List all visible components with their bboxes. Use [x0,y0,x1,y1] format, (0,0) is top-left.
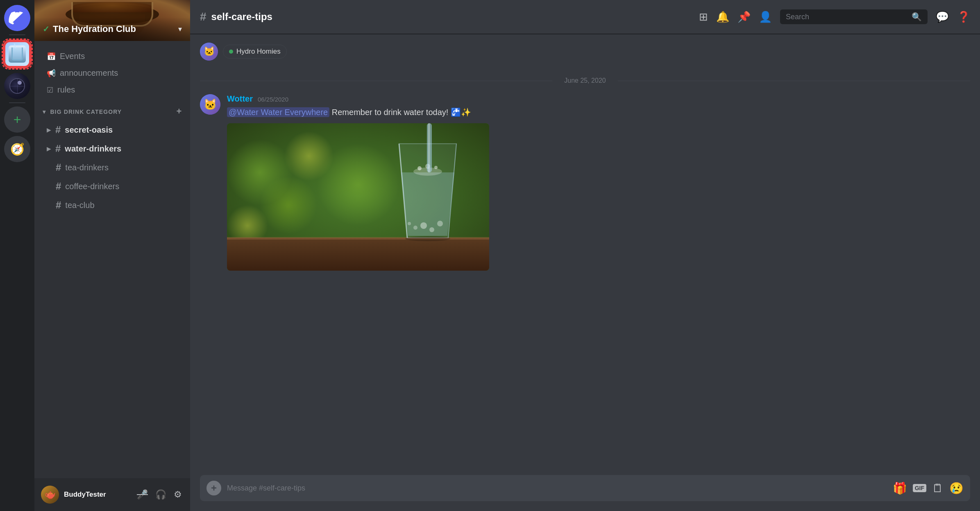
svg-rect-22 [428,123,430,172]
message-text: @Water Water Everywhere Remember to drin… [227,106,970,118]
discord-home-button[interactable] [4,5,30,31]
channel-item-rules[interactable]: ☑ rules [39,82,186,98]
message-input[interactable] [227,484,887,493]
svg-marker-11 [401,172,454,236]
channel-item-announcements[interactable]: 📢 announcements [39,65,186,81]
svg-point-16 [408,222,411,225]
server-name: ✓ The Hydration Club [43,24,136,34]
channel-item-tea-club[interactable]: # tea-club [39,196,186,214]
pin-messages-icon[interactable]: 📌 [737,11,751,23]
search-box[interactable]: 🔍 [780,9,928,24]
message: 🐱 Wotter 06/25/2020 @Water Water Everywh… [200,93,970,272]
emoji-button[interactable]: 😢 [949,482,964,495]
search-input[interactable] [786,13,907,21]
channel-name-header: # self-care-tips [200,10,272,23]
announcements-icon: 📢 [47,69,56,78]
message-header: Wotter 06/25/2020 [227,94,970,104]
member-list-icon[interactable]: 👤 [759,11,772,23]
mention[interactable]: @Water Water Everywhere [227,107,329,117]
deafen-button[interactable]: 🎧 [154,488,168,502]
server-divider [9,34,25,35]
channel-item-secret-oasis[interactable]: ▶ # secret-oasis [39,121,186,139]
mute-channel-icon[interactable]: 🔔 [716,11,729,23]
message-content: Wotter 06/25/2020 @Water Water Everywher… [227,94,970,271]
svg-point-18 [417,166,422,170]
banner-avatar: 🐱 [200,43,218,61]
hydration-club-server-icon[interactable] [4,41,30,67]
threads-icon[interactable]: ⊞ [699,11,708,23]
channel-hash-icon-2: # [55,143,61,154]
sticker-button[interactable]: 🗒 [932,482,944,495]
channel-item-water-drinkers[interactable]: ▶ # water-drinkers [39,140,186,158]
svg-point-13 [429,227,434,232]
channel-hash-icon-3: # [56,162,61,173]
message-timestamp: 06/25/2020 [258,96,288,103]
svg-point-4 [260,176,317,234]
message-input-area: + 🎁 GIF 🗒 😢 [190,475,980,511]
message-input-box: + 🎁 GIF 🗒 😢 [200,475,970,501]
svg-point-15 [437,221,443,226]
add-channel-button[interactable]: + [177,106,182,117]
date-divider: June 25, 2020 [200,77,970,84]
online-indicator [229,50,233,54]
gif-button[interactable]: GIF [913,484,926,492]
server-dropdown-arrow[interactable]: ▾ [178,25,182,34]
events-icon: 📅 [47,52,56,61]
message-author: Wotter [227,94,253,104]
category-arrow-icon: ▾ [43,109,46,115]
rules-icon: ☑ [47,86,53,95]
hydro-homies-tag[interactable]: Hydro Homies [223,45,287,59]
channel-expand-arrow-2: ▶ [47,145,51,152]
input-actions: 🎁 GIF 🗒 😢 [893,482,964,495]
server-divider-2 [9,102,25,103]
channel-hash-header: # [200,10,206,23]
add-server-button[interactable]: + [4,106,30,133]
user-controls: 🎤 🎧 ⚙ [135,488,184,502]
channel-list: 📅 Events 📢 announcements ☑ rules ▾ BIG D… [34,41,190,478]
server-sidebar: + 🧭 [0,0,34,511]
gift-button[interactable]: 🎁 [893,482,907,495]
channel-hash-icon-4: # [56,181,61,192]
main-content: # self-care-tips ⊞ 🔔 📌 👤 🔍 💬 ❓ 🐱 Hydro H [190,0,980,511]
svg-point-23 [405,236,450,241]
channel-hash-icon-5: # [56,199,61,211]
search-icon: 🔍 [912,12,922,22]
channel-expand-arrow: ▶ [47,127,51,133]
server-header[interactable]: ✓ The Hydration Club ▾ [34,0,190,41]
top-bar-actions: ⊞ 🔔 📌 👤 🔍 💬 ❓ [699,9,970,24]
svg-point-3 [317,144,399,226]
image-placeholder [227,123,489,271]
explore-servers-button[interactable]: 🧭 [4,136,30,162]
user-info: BuddyTester [64,491,130,499]
user-bar: 🫖 BuddyTester 🎤 🎧 ⚙ [34,478,190,511]
other-server-icon[interactable] [4,73,30,99]
message-avatar: 🐱 [200,94,220,115]
user-avatar: 🫖 [41,486,59,504]
mute-button[interactable]: 🎤 [135,488,150,502]
svg-point-19 [434,166,438,169]
hydro-homies-banner: 🐱 Hydro Homies [200,43,970,61]
active-server-wrapper [2,38,33,70]
channel-item-tea-drinkers[interactable]: # tea-drinkers [39,158,186,176]
messages-area: 🐱 Hydro Homies June 25, 2020 🐱 Wotter 06… [190,34,980,475]
help-icon[interactable]: ❓ [957,11,970,23]
user-settings-button[interactable]: ⚙ [172,488,184,502]
message-image [227,123,489,271]
channel-hash-icon: # [55,124,61,136]
channel-item-events[interactable]: 📅 Events [39,48,186,64]
svg-rect-6 [227,238,489,271]
channel-item-coffee-drinkers[interactable]: # coffee-drinkers [39,177,186,195]
svg-point-14 [413,226,417,230]
svg-point-12 [420,222,427,229]
top-bar: # self-care-tips ⊞ 🔔 📌 👤 🔍 💬 ❓ [190,0,980,34]
username: BuddyTester [64,491,130,499]
add-attachment-button[interactable]: + [206,481,221,495]
inbox-icon[interactable]: 💬 [936,11,949,23]
big-drink-category[interactable]: ▾ BIG DRINK CATEGORY + [34,99,190,120]
channel-sidebar: ✓ The Hydration Club ▾ 📅 Events 📢 announ… [34,0,190,511]
server-header-overlay: ✓ The Hydration Club ▾ [34,17,190,41]
